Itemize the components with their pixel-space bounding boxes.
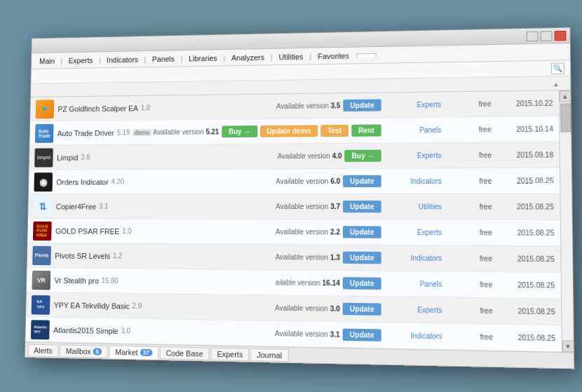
- product-date: 2015.10.22: [494, 99, 553, 107]
- sort-arrow: ▲: [553, 80, 560, 87]
- product-actions: Available version 3.1 Update Indicators …: [214, 326, 555, 344]
- action-btn-rent[interactable]: Rent: [351, 124, 381, 136]
- product-category: Experts: [384, 100, 442, 109]
- product-version: 1.2: [113, 252, 122, 259]
- product-name: YPY EA Tekvilidy Basic: [54, 300, 130, 309]
- category-column-header: [390, 84, 447, 85]
- product-category: Utilities: [384, 203, 442, 210]
- bottom-tab-label: Code Base: [165, 348, 203, 357]
- date-column-header: [494, 83, 553, 83]
- product-actions: Available version 5.21 Buy →Update demoT…: [153, 123, 553, 138]
- product-name-section: Limpid 3.8: [57, 152, 216, 161]
- available-version: 3.1: [330, 330, 340, 338]
- product-name: Limpid: [57, 153, 79, 161]
- bottom-tab-badge: 37: [140, 349, 153, 356]
- minimize-button[interactable]: [527, 31, 539, 41]
- product-price: free: [445, 126, 492, 134]
- close-button[interactable]: [555, 30, 567, 40]
- product-date: 2015.09.18: [494, 151, 553, 159]
- product-name-section: Vr Stealth pro 15.80: [55, 276, 215, 285]
- product-price: free: [445, 228, 492, 236]
- action-btn-buy[interactable]: Buy →: [345, 149, 381, 161]
- bottom-tab-experts[interactable]: Experts: [210, 347, 249, 360]
- product-actions: Available version 3.0 Update Experts fre…: [214, 301, 555, 318]
- product-version: 3.1: [99, 202, 108, 210]
- product-name-section: Auto Trade Driver 5.19 demo: [57, 128, 154, 137]
- action-btn-update-demo[interactable]: Update demo: [260, 125, 318, 137]
- menu-item-main[interactable]: Main: [34, 54, 60, 67]
- scrollbar[interactable]: ▲ ▼: [559, 90, 574, 352]
- menu-item-indicators[interactable]: Indicators: [101, 53, 143, 65]
- product-date: 2015.08.25: [496, 306, 555, 316]
- menu-item-favorites[interactable]: Favorites: [312, 49, 355, 62]
- action-btn-update[interactable]: Update: [343, 226, 381, 238]
- action-btn-update[interactable]: Update: [343, 302, 381, 315]
- scroll-up-button[interactable]: ▲: [559, 90, 571, 102]
- action-btn-update[interactable]: Update: [343, 277, 381, 290]
- action-btn-update[interactable]: Update: [343, 175, 381, 187]
- product-actions: ailable version 16.14 Update Panels free…: [215, 276, 555, 292]
- table-row: AutoTrade Auto Trade Driver 5.19 demo Av…: [29, 116, 559, 145]
- bottom-tab-mailbox[interactable]: Mailbox6: [60, 344, 108, 357]
- action-btn-test[interactable]: Test: [320, 124, 348, 136]
- product-name: Orders Indicator: [56, 177, 109, 186]
- menu-item-utilities[interactable]: Utilities: [273, 50, 309, 63]
- table-row: limpid Limpid 3.8 Available version 4.0 …: [29, 142, 560, 170]
- action-btn-update[interactable]: Update: [343, 99, 381, 111]
- action-btn-buy[interactable]: Buy →: [222, 126, 257, 137]
- product-icon: EAYPY: [32, 295, 50, 314]
- product-category: Experts: [384, 151, 442, 160]
- action-btn-update[interactable]: Update: [343, 251, 381, 264]
- bottom-tab-label: Alerts: [34, 346, 53, 354]
- main-window: Main | Experts | Indicators | Panels | L…: [25, 27, 575, 369]
- product-date: 2015.08.25: [494, 177, 553, 184]
- product-date: 2015.08.25: [495, 255, 555, 263]
- product-name-section: GOLD PSAR FREE 1.0: [55, 227, 215, 236]
- product-category: Panels: [384, 126, 442, 134]
- product-price: free: [445, 254, 492, 262]
- available-text: Available version 3.7: [276, 202, 340, 210]
- product-icon: AutoTrade: [35, 123, 54, 142]
- price-column-header: [447, 83, 494, 84]
- search-icon[interactable]: 🔍: [551, 62, 564, 74]
- product-name-section: Pivots SR Levels 1.2: [55, 251, 215, 261]
- available-text: Available version 4.0: [278, 151, 342, 159]
- product-category: Panels: [384, 279, 442, 288]
- action-btn-update[interactable]: Update: [343, 201, 381, 212]
- product-name: Pivots SR Levels: [55, 251, 110, 259]
- product-icon: VR: [32, 270, 50, 290]
- available-version: 1.3: [330, 253, 340, 261]
- window-controls: [527, 30, 567, 41]
- tab-purchased[interactable]: [356, 53, 376, 57]
- scroll-down-button[interactable]: ▼: [562, 340, 574, 352]
- product-icon: ⇅: [34, 196, 53, 215]
- product-category: Indicators: [384, 254, 442, 262]
- product-date: 2015.08.25: [496, 333, 555, 342]
- maximize-button[interactable]: [541, 30, 553, 40]
- menu-item-panels[interactable]: Panels: [147, 52, 180, 65]
- product-name: Copier4Free: [56, 202, 97, 210]
- available-text: Available version 2.2: [276, 227, 340, 235]
- product-table: 🐦 PZ Goldfinch Scalper EA 1.0 Available …: [25, 90, 574, 352]
- scroll-thumb[interactable]: [560, 103, 571, 132]
- product-price: free: [445, 332, 493, 341]
- menu-item-experts[interactable]: Experts: [63, 53, 98, 66]
- bottom-tab-alerts[interactable]: Alerts: [28, 344, 59, 357]
- product-price: free: [445, 306, 493, 314]
- product-name: PZ Goldfinch Scalper EA: [57, 104, 138, 113]
- action-btn-update[interactable]: Update: [343, 328, 381, 341]
- available-version: 4.0: [332, 151, 342, 159]
- available-version: 2.2: [330, 228, 340, 236]
- product-price: free: [445, 203, 492, 210]
- product-actions: Available version 3.7 Update Utilities f…: [215, 200, 554, 212]
- product-name-section: PZ Goldfinch Scalper EA 1.0: [57, 102, 216, 112]
- menu-item-analyzers[interactable]: Analyzers: [226, 50, 270, 64]
- bottom-tab-journal[interactable]: Journal: [250, 348, 288, 361]
- bottom-tab-code-base[interactable]: Code Base: [160, 346, 210, 359]
- bottom-tab-market[interactable]: Market37: [109, 345, 158, 358]
- product-version: 1.0: [141, 104, 150, 111]
- bottom-tab-label: Market: [115, 347, 138, 356]
- menu-item-libraries[interactable]: Libraries: [183, 51, 222, 64]
- product-actions: Available version 1.3 Update Indicators …: [215, 250, 555, 265]
- product-date: 2015.08.25: [495, 203, 554, 210]
